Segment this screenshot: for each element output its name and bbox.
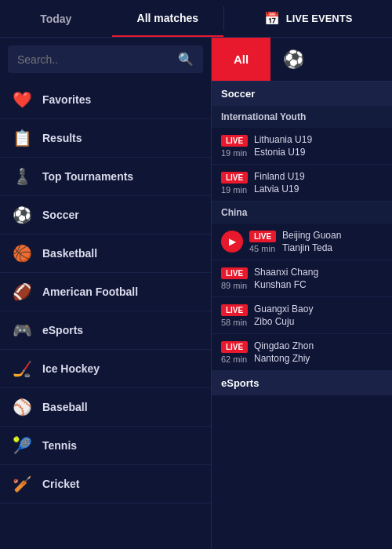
sidebar-item-results[interactable]: 📋 Results [0, 119, 211, 158]
sidebar-item-label: eSports [42, 324, 83, 336]
sidebar-item-label: Basketball [42, 247, 97, 260]
event-teams: Finland U19 Latvia U19 [254, 171, 383, 195]
tab-today[interactable]: Today [0, 0, 112, 37]
live-badge: LIVE [221, 135, 248, 147]
team2: Estonia U19 [254, 147, 383, 158]
event-time: 45 min [249, 244, 276, 253]
live-events-header: 📅 LIVE EVENTS [224, 0, 392, 37]
team2: Zibo Cuju [254, 316, 383, 327]
sidebar-item-favorites[interactable]: ❤️ Favorites [0, 81, 211, 119]
sidebar-item-ice-hockey[interactable]: 🏒 Ice Hockey [0, 350, 211, 388]
header: Today All matches 📅 LIVE EVENTS [0, 0, 392, 38]
team2: Nantong Zhiy [254, 353, 383, 364]
event-time: 19 min [221, 185, 248, 195]
event-row[interactable]: ▶ LIVE 45 min Beijing Guoan Tianjin Teda [212, 224, 392, 260]
live-info: LIVE 19 min [221, 135, 248, 158]
event-row[interactable]: LIVE 89 min Shaanxi Chang Kunshan FC [212, 260, 392, 297]
sidebar-item-label: Cricket [42, 478, 79, 490]
event-teams: Shaanxi Chang Kunshan FC [254, 267, 383, 290]
sidebar-item-esports[interactable]: 🎮 eSports [0, 311, 211, 350]
soccer-icon: ⚽ [13, 205, 31, 224]
sidebar-item-label: American Football [42, 285, 138, 298]
sidebar-item-label: Tennis [42, 439, 77, 452]
soccer-ball-icon: ⚽ [283, 49, 304, 70]
sidebar-item-top-tournaments[interactable]: ♟️ Top Tournaments [0, 158, 211, 196]
events-list: SoccerInternational Youth LIVE 19 min Li… [212, 82, 392, 549]
team1: Beijing Guoan [282, 230, 383, 241]
team1: Shaanxi Chang [254, 267, 383, 278]
calendar-icon: 📅 [264, 11, 280, 26]
sidebar-items-container: ❤️ Favorites 📋 Results ♟️ Top Tournament… [0, 81, 211, 504]
event-row[interactable]: LIVE 58 min Guangxi Baoy Zibo Cuju [212, 297, 392, 334]
section-header-soccer: Soccer [212, 82, 392, 106]
live-info: LIVE 62 min [221, 341, 248, 364]
sidebar-item-american-football[interactable]: 🏈 American Football [0, 273, 211, 311]
team1: Guangxi Baoy [254, 304, 383, 314]
event-teams: Qingdao Zhon Nantong Zhiy [254, 340, 383, 364]
event-teams: Beijing Guoan Tianjin Teda [282, 230, 383, 253]
filter-tab-all[interactable]: All [212, 38, 270, 81]
sidebar-item-label: Top Tournaments [42, 170, 133, 183]
live-badge: LIVE [221, 172, 248, 184]
cricket-icon: 🏏 [13, 474, 31, 493]
live-badge: LIVE [221, 304, 248, 316]
event-teams: Lithuania U19 Estonia U19 [254, 134, 383, 158]
sidebar-item-tennis[interactable]: 🎾 Tennis [0, 427, 211, 465]
sidebar-item-soccer[interactable]: ⚽ Soccer [0, 196, 211, 235]
right-panel: All ⚽ SoccerInternational Youth LIVE 19 … [212, 38, 392, 549]
search-input[interactable] [17, 53, 172, 66]
team2: Latvia U19 [254, 184, 383, 195]
team1: Lithuania U19 [254, 134, 383, 145]
event-time: 58 min [221, 318, 248, 327]
event-time: 19 min [221, 148, 248, 158]
results-icon: 📋 [13, 129, 31, 147]
sidebar-item-label: Results [42, 132, 82, 144]
team2: Kunshan FC [254, 279, 383, 290]
baseball-icon: ⚾ [13, 398, 31, 416]
sidebar-item-label: Favorites [42, 93, 91, 106]
event-row[interactable]: LIVE 19 min Finland U19 Latvia U19 [212, 165, 392, 202]
american-football-icon: 🏈 [13, 282, 31, 301]
top-tournaments-icon: ♟️ [13, 167, 31, 186]
esports-icon: 🎮 [13, 321, 31, 340]
filter-tab-soccer[interactable]: ⚽ [270, 38, 317, 81]
live-badge: LIVE [221, 341, 248, 353]
event-row[interactable]: LIVE 19 min Lithuania U19 Estonia U19 [212, 128, 392, 165]
live-info: LIVE 89 min [221, 267, 248, 290]
sidebar-item-label: Ice Hockey [42, 362, 100, 375]
live-info: LIVE 19 min [221, 172, 248, 195]
filter-tabs: All ⚽ [212, 38, 392, 82]
ice-hockey-icon: 🏒 [13, 359, 31, 378]
tab-all-matches[interactable]: All matches [112, 0, 224, 37]
sidebar: 🔍 ❤️ Favorites 📋 Results ♟️ Top Tourname… [0, 38, 212, 549]
event-row[interactable]: LIVE 62 min Qingdao Zhon Nantong Zhiy [212, 334, 392, 371]
sidebar-item-cricket[interactable]: 🏏 Cricket [0, 465, 211, 504]
live-badge: LIVE [221, 267, 248, 279]
event-time: 89 min [221, 281, 248, 290]
favorites-icon: ❤️ [13, 90, 31, 109]
sidebar-item-basketball[interactable]: 🏀 Basketball [0, 235, 211, 273]
sidebar-item-label: Baseball [42, 401, 88, 413]
basketball-icon: 🏀 [13, 244, 31, 263]
team2: Tianjin Teda [282, 242, 383, 253]
subsection-header-china: China [212, 202, 392, 224]
event-teams: Guangxi Baoy Zibo Cuju [254, 304, 383, 327]
tennis-icon: 🎾 [13, 436, 31, 455]
section-header-esports: eSports [212, 371, 392, 395]
live-play-icon: ▶ [221, 231, 243, 253]
main-layout: 🔍 ❤️ Favorites 📋 Results ♟️ Top Tourname… [0, 38, 392, 549]
search-icon: 🔍 [178, 52, 194, 67]
search-bar[interactable]: 🔍 [8, 45, 203, 73]
event-time: 62 min [221, 354, 248, 364]
team1: Finland U19 [254, 171, 383, 182]
live-info: LIVE 58 min [221, 304, 248, 327]
subsection-header-international-youth: International Youth [212, 106, 392, 128]
live-badge: LIVE [249, 231, 276, 242]
live-info: LIVE 45 min [249, 231, 276, 253]
team1: Qingdao Zhon [254, 340, 383, 351]
sidebar-item-label: Soccer [42, 209, 79, 221]
sidebar-item-baseball[interactable]: ⚾ Baseball [0, 388, 211, 427]
